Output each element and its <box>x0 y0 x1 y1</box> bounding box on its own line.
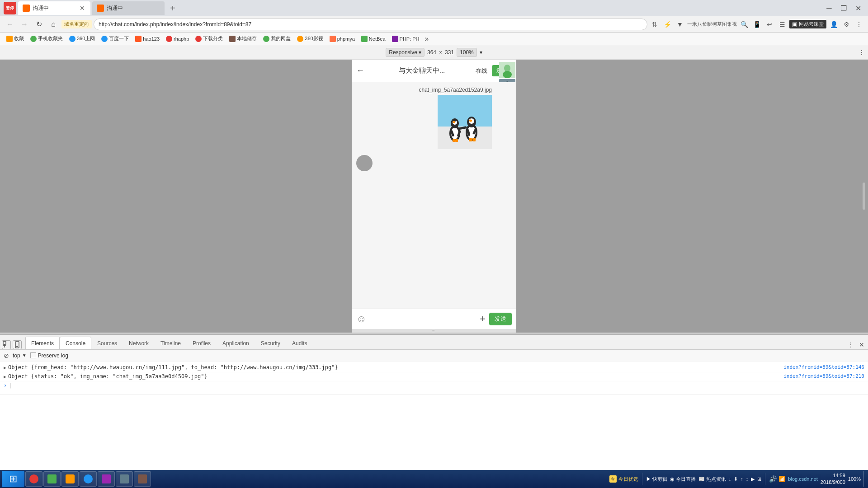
devtools-tab-application-label: Application <box>222 340 249 347</box>
devtools-tab-application[interactable]: Application <box>217 337 255 349</box>
preserve-log-checkbox[interactable]: Preserve log <box>30 352 68 359</box>
bookmark-360video[interactable]: 360影视 <box>294 34 326 44</box>
tray-icon-6[interactable]: ⊞ <box>757 476 761 482</box>
taskbar-app-6[interactable] <box>116 471 133 487</box>
tray-icon-4[interactable]: ↕ <box>746 476 749 482</box>
tray-zhibo[interactable]: ◉ 今日直播 <box>670 476 696 483</box>
preserve-log-check[interactable] <box>30 352 36 358</box>
tab-close-active[interactable]: ✕ <box>79 5 86 12</box>
forward-button[interactable]: → <box>18 18 31 31</box>
bookmark-label-rhaphp: rhaphp <box>174 36 189 42</box>
tab-add-button[interactable]: + <box>166 2 179 14</box>
taskbar-app-2[interactable] <box>43 471 61 487</box>
responsive-device-button[interactable]: Responsive ▾ <box>386 48 425 57</box>
tray-hotspot[interactable]: 📰 热点资讯 <box>698 476 726 483</box>
chat-avatar-indicator <box>356 155 512 171</box>
devtools-more-icon[interactable]: ⋮ <box>846 340 855 349</box>
devtools-close-icon[interactable]: ✕ <box>857 340 866 349</box>
bookmark-download[interactable]: 下载分类 <box>193 34 226 44</box>
tray-icon-2[interactable]: ⬇ <box>734 476 738 482</box>
bookmarks-more-button[interactable]: » <box>423 35 431 43</box>
blog-link[interactable]: blog.csdn.net <box>788 476 817 482</box>
chat-add-button[interactable]: + <box>480 313 486 325</box>
back-button[interactable]: ← <box>4 18 16 31</box>
share-icon[interactable]: ⇅ <box>649 19 660 30</box>
taskbar-app-3[interactable] <box>61 471 79 487</box>
responsive-zoom-label[interactable]: 100% <box>457 48 477 57</box>
toolbar-settings-icon[interactable]: ⚙ <box>841 19 852 30</box>
console-expand-1[interactable]: ▶ <box>4 364 6 370</box>
tray-icon-3[interactable]: ↑ <box>741 476 743 482</box>
responsive-width[interactable]: 364 <box>427 49 436 56</box>
drag-handle[interactable]: ≡ ✏ <box>352 329 516 333</box>
bookmark-hao123[interactable]: hao123 <box>132 34 162 44</box>
mobile-icon[interactable]: 📱 <box>751 19 762 30</box>
tray-kuaijianji[interactable]: ▶ 快剪辑 <box>646 476 667 483</box>
devtools-tab-sources[interactable]: Sources <box>91 337 123 349</box>
menu-icon[interactable]: ☰ <box>777 19 788 30</box>
avatar-thumb-1 <box>499 62 515 78</box>
console-context-select[interactable]: top ▼ <box>13 352 27 359</box>
bookmark-php[interactable]: PHP: PH <box>389 34 422 44</box>
console-link-1[interactable]: index?fromid=89&toid=87:146 <box>783 364 864 370</box>
taskbar-app-5[interactable] <box>98 471 115 487</box>
devtools-tab-elements[interactable]: Elements <box>25 337 60 349</box>
toolbar-more-icon[interactable]: ⋮ <box>854 19 864 30</box>
bookmark-netbea[interactable]: NetBea <box>359 34 388 44</box>
taskbar-app-7[interactable] <box>134 471 151 487</box>
restore-button[interactable]: ❐ <box>837 2 850 14</box>
close-button[interactable]: ✕ <box>852 2 864 14</box>
taskbar-right: 今 今日优选 ▶ 快剪辑 ◉ 今日直播 📰 热点资讯 ↓ ⬇ ↑ ↕ ▶ ⊞ 🔊… <box>609 471 866 487</box>
devtools-mobile-icon[interactable] <box>13 340 22 349</box>
chat-send-button[interactable]: 发送 <box>489 313 512 325</box>
home-button[interactable]: ⌂ <box>47 18 60 31</box>
show-desktop-button[interactable] <box>863 471 866 487</box>
devtools-tab-console[interactable]: Console <box>60 337 91 349</box>
bookmark-rhaphp[interactable]: rhaphp <box>163 34 192 44</box>
address-bar[interactable]: http://chat.com/index.php/index/index/in… <box>94 19 647 30</box>
left-gutter <box>0 60 352 333</box>
tray-icon-5[interactable]: ▶ <box>751 476 755 482</box>
emoji-button[interactable]: ☺ <box>356 313 366 325</box>
volume-icon[interactable]: 🔊 <box>769 475 777 483</box>
console-expand-2[interactable]: ▶ <box>4 373 6 379</box>
minimize-button[interactable]: ─ <box>823 2 835 14</box>
taskbar-today[interactable]: 今 今日优选 <box>609 475 638 483</box>
chat-back-button[interactable]: ← <box>356 66 364 75</box>
devtools-tab-profiles[interactable]: Profiles <box>187 337 217 349</box>
console-prompt-row[interactable]: › | <box>0 381 868 395</box>
bookmark-baidu[interactable]: 百度一下 <box>99 34 132 44</box>
console-link-2[interactable]: index?fromid=89&toid=87:210 <box>783 373 864 379</box>
reload-button[interactable]: ↻ <box>33 18 45 31</box>
svg-rect-17 <box>455 139 458 142</box>
bookmark-shoucang[interactable]: 收藏 <box>4 34 27 44</box>
drag-dots-icon: ≡ <box>432 328 436 333</box>
search-icon[interactable]: 🔍 <box>739 19 750 30</box>
taskbar-app-1[interactable] <box>25 471 42 487</box>
dropdown-icon[interactable]: ▼ <box>675 19 685 30</box>
history-icon[interactable]: ↩ <box>764 19 775 30</box>
devtools-tab-audits[interactable]: Audits <box>286 337 313 349</box>
responsive-height[interactable]: 331 <box>445 49 454 56</box>
devtools-tab-timeline[interactable]: Timeline <box>155 337 187 349</box>
console-filter-icon[interactable]: ⊘ <box>4 352 9 359</box>
devtools-tab-network[interactable]: Network <box>123 337 155 349</box>
bookmark-local[interactable]: 本地储存 <box>226 34 259 44</box>
devtools-tab-security[interactable]: Security <box>255 337 286 349</box>
taskbar-app-4[interactable] <box>80 471 97 487</box>
tab-active[interactable]: 沟通中 ✕ <box>18 1 90 15</box>
tray-icon-1[interactable]: ↓ <box>729 476 731 482</box>
taskbar-start-button[interactable]: ⊞ <box>2 471 24 487</box>
devtools-inspect-icon[interactable] <box>2 340 11 349</box>
bookmark-360[interactable]: 360上网 <box>66 34 98 44</box>
bookmark-mobile[interactable]: 手机收藏夹 <box>28 34 66 44</box>
responsive-menu-button[interactable]: ⋮ <box>859 49 864 56</box>
title-bar-controls: ─ ❐ ✕ <box>823 2 864 14</box>
network-icon[interactable]: 📶 <box>778 476 785 482</box>
chat-body[interactable]: chat_img_5a7aa2ed152a9.jpg <box>352 82 516 308</box>
avatar-icon[interactable]: 👤 <box>828 19 839 30</box>
bookmark-netdisk[interactable]: 我的网盘 <box>260 34 293 44</box>
bookmark-phpmya[interactable]: phpmya <box>327 34 358 44</box>
tab-inactive[interactable]: 沟通中 <box>92 1 165 15</box>
lightning-icon[interactable]: ⚡ <box>662 19 673 30</box>
